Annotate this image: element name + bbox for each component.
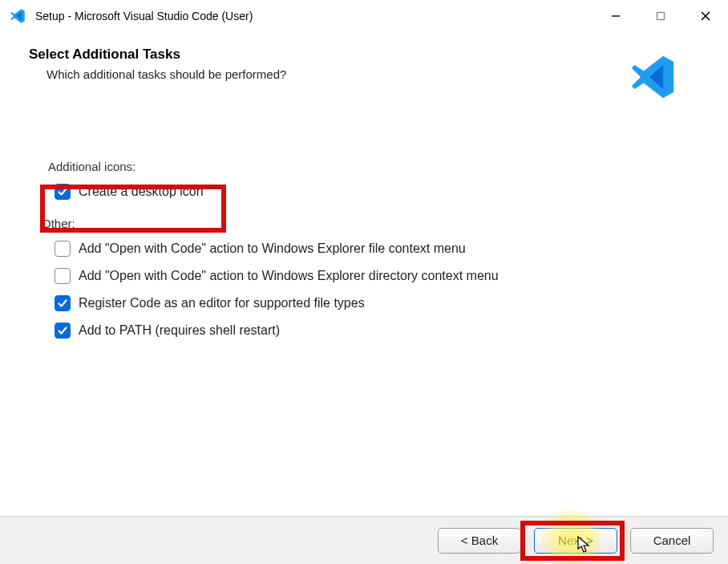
label-open-dir-context: Add "Open with Code" action to Windows E… [79,269,499,283]
page-heading: Select Additional Tasks [29,47,699,63]
maximize-button[interactable] [638,0,683,32]
option-register-editor[interactable]: Register Code as an editor for supported… [55,290,699,317]
checkbox-register-editor[interactable] [55,295,71,311]
next-button[interactable]: Next > [534,528,617,554]
app-icon [8,6,27,26]
label-open-file-context: Add "Open with Code" action to Windows E… [79,241,466,256]
close-button[interactable] [683,0,728,32]
installer-window: Setup - Microsoft Visual Studio Code (Us… [0,0,728,564]
content-header: Select Additional Tasks Which additional… [29,47,699,81]
back-button[interactable]: < Back [438,528,521,554]
tasks-section: Additional icons: Create a desktop icon … [48,160,699,344]
checkbox-add-to-path[interactable] [55,323,71,339]
checkbox-desktop-icon[interactable] [55,184,71,200]
label-desktop-icon: Create a desktop icon [79,185,204,199]
option-desktop-icon[interactable]: Create a desktop icon [55,178,699,205]
option-open-file-context[interactable]: Add "Open with Code" action to Windows E… [55,235,699,262]
checkbox-open-dir-context[interactable] [55,268,71,284]
svg-rect-1 [657,13,665,20]
footer-bar: < Back Next > Cancel [0,516,728,564]
group-other: Other: [42,217,699,230]
titlebar: Setup - Microsoft Visual Studio Code (Us… [0,0,728,32]
cancel-button[interactable]: Cancel [630,528,714,554]
option-open-dir-context[interactable]: Add "Open with Code" action to Windows E… [55,262,699,290]
vscode-logo-icon [629,53,677,104]
label-add-to-path: Add to PATH (requires shell restart) [79,323,280,338]
window-controls [593,0,728,32]
group-additional-icons: Additional icons: [48,160,699,173]
window-title: Setup - Microsoft Visual Studio Code (Us… [35,10,593,22]
page-subheading: Which additional tasks should be perform… [47,67,699,81]
checkbox-open-file-context[interactable] [55,241,71,257]
label-register-editor: Register Code as an editor for supported… [79,296,365,310]
content-area: Select Additional Tasks Which additional… [0,32,728,564]
minimize-button[interactable] [593,0,638,32]
option-add-to-path[interactable]: Add to PATH (requires shell restart) [55,317,699,344]
